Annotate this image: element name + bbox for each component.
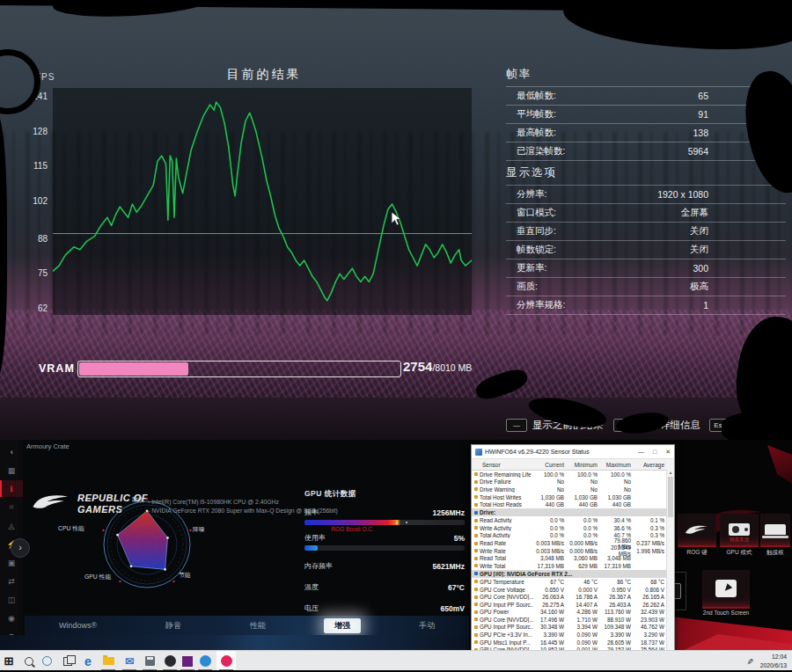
sensor-name: GPU Core Voltage: [472, 587, 533, 593]
minimize-button[interactable]: —: [638, 449, 644, 456]
sensor-max: 440 GB: [600, 501, 634, 508]
dashboard-icon[interactable]: ▦: [0, 462, 23, 478]
sensor-c: 30.348 W: [533, 624, 567, 630]
cortana-glyph: [42, 656, 52, 666]
taskbar-start-icon[interactable]: ⊞: [0, 651, 18, 671]
column-sensor[interactable]: Sensor: [472, 462, 533, 468]
scrollbar-thumb[interactable]: [668, 477, 673, 517]
sensor-name: Total Host Writes: [472, 494, 533, 500]
hwinfo-sensor-row[interactable]: GPU Input PP Sourc...30.348 W3.394 W109.…: [472, 624, 674, 632]
vram-usage-text: 2754/8010 MB: [403, 359, 472, 374]
windows-taskbar: ⊞e✉ ✎ 12:04 2020/6/13: [0, 650, 792, 671]
hwinfo-sensor-row[interactable]: Drive WarningNoNoNo: [472, 486, 674, 493]
sensor-c: 0.0 %: [533, 532, 567, 538]
hwinfo-section[interactable]: Drive:: [472, 508, 674, 517]
hwinfo-sensor-row[interactable]: GPU Temperature67 °C46 °C86 °C68 °C: [472, 578, 674, 586]
stats-icon[interactable]: ◫: [0, 591, 23, 608]
featured-icon[interactable]: ℹ: [0, 480, 23, 497]
hwinfo-sensor-row[interactable]: Write Rate0.003 MB/s0.000 MB/s201.349 MB…: [472, 547, 674, 555]
background-flower-field: [0, 310, 792, 398]
aura-icon[interactable]: ◬: [0, 517, 23, 534]
hwinfo-sensor-row[interactable]: Read Activity0.0 %0.0 %30.4 %0.1 %: [472, 516, 674, 524]
devices-icon[interactable]: ⌗: [0, 499, 23, 515]
sensor-icon: [474, 564, 478, 567]
taskbar-file-explorer-icon[interactable]: [99, 651, 118, 671]
hwinfo-sensor-row[interactable]: GPU Misc1 Input P...16.445 W0.090 W28.60…: [472, 639, 674, 646]
hwinfo-sensor-row[interactable]: Drive FailureNoNoNo: [472, 478, 674, 486]
sensor-avg: 32.439 W: [634, 609, 667, 615]
sensor-icon: [474, 603, 478, 606]
sensor-icon: [474, 610, 478, 614]
column-maximum[interactable]: Maximum: [600, 462, 634, 468]
hwinfo-sensor-row[interactable]: Total Host Writes1,030 GB1,030 GB1,030 G…: [472, 493, 674, 501]
hwinfo-app-icon: [475, 449, 482, 456]
hwinfo-sensor-row[interactable]: GPU Power34.160 W4.286 W113.760 W32.439 …: [472, 609, 674, 617]
taskbar-search-icon[interactable]: [19, 651, 39, 671]
rog-eye-icon: [685, 523, 709, 537]
sensor-label: Read Activity: [480, 517, 511, 523]
hwinfo-sensor-row[interactable]: Total Host Reads440 GB440 GB440 GB: [472, 500, 674, 508]
fps-tick-label: 88: [23, 234, 48, 244]
mode-tab-0[interactable]: Windows®: [48, 619, 107, 632]
clock-time: 12:04: [760, 653, 787, 661]
search-glyph: [25, 657, 33, 666]
column-average[interactable]: Average: [634, 462, 667, 468]
mode-tab-3[interactable]: 增强: [324, 618, 361, 633]
maximize-button[interactable]: □: [653, 449, 656, 456]
sensor-max: 1,030 GB: [600, 494, 634, 500]
sensor-name: Write Rate: [472, 548, 533, 554]
taskbar-cortana-icon[interactable]: [37, 651, 56, 671]
taskbar-edge-icon[interactable]: e: [78, 651, 98, 671]
sensor-label: GPU PCIe +3.3V In...: [480, 632, 532, 638]
pen-icon[interactable]: ✎: [745, 658, 754, 665]
hwinfo-sensor-row[interactable]: Total Activity0.0 %0.0 %40.7 %0.3 %: [472, 532, 674, 540]
gpu-stats-panel: GPU 统计数据 频率1256MHzROG Boost O.C.使用率5%内存频…: [304, 489, 465, 614]
mode-tab-1[interactable]: 静音: [155, 618, 192, 633]
sensor-icon: [474, 495, 478, 499]
mode-tab-4[interactable]: 手动: [408, 618, 445, 633]
column-current[interactable]: Current: [533, 462, 567, 468]
taskbar-clock[interactable]: 12:04 2020/6/13: [760, 653, 787, 668]
display-option-label: 窗口模式:: [517, 207, 556, 219]
hwinfo-sensor-row[interactable]: Drive Remaining Life100.0 %100.0 %100.0 …: [472, 471, 674, 478]
sidebar-expand-button[interactable]: ›: [11, 538, 30, 558]
taskbar-blue-circle-app-icon[interactable]: [195, 651, 215, 671]
hwinfo-sensor-row[interactable]: GPU Input PP Sourc...26.275 A14.407 A26.…: [472, 601, 674, 609]
close-button[interactable]: ✕: [665, 449, 671, 456]
sensor-min: 629 MB: [567, 563, 600, 569]
hwinfo-sensor-row[interactable]: Read Total3,048 MB3,060 MB3,048 MB: [472, 554, 674, 562]
scroll-up-arrow[interactable]: ▲: [667, 470, 674, 476]
taskbar-purple-app-icon[interactable]: [178, 651, 197, 671]
column-minimum[interactable]: Minimum: [567, 462, 600, 468]
sensor-label: GPU Power: [480, 609, 509, 615]
sensor-icon: [474, 526, 478, 530]
hwinfo-sensor-row[interactable]: Write Activity0.0 %0.0 %36.6 %0.3 %: [472, 524, 674, 532]
sensor-c: 67 °C: [533, 579, 567, 585]
taskbar-dark-circle-app-icon[interactable]: [160, 651, 180, 671]
hwinfo-sensor-row[interactable]: GPU Core [NVVDD]...17.496 W1.710 W88.910…: [472, 616, 674, 624]
sensor-name: Total Host Reads: [472, 501, 533, 508]
taskbar-saved-app-icon[interactable]: [140, 651, 159, 671]
hwinfo-sensor-table: Drive Remaining Life100.0 %100.0 %100.0 …: [472, 471, 674, 658]
quick-tile-touch-screen[interactable]: [702, 570, 750, 609]
mode-tab-2[interactable]: 性能: [239, 618, 276, 633]
sensor-icon: [474, 580, 478, 583]
hwinfo-sensor-row[interactable]: Read Rate0.003 MB/s0.000 MB/s79.860 MB/s…: [472, 539, 674, 547]
user-icon[interactable]: ◉: [0, 610, 23, 626]
quick-tile-rog-eye[interactable]: [678, 514, 716, 547]
rog-logo-icon[interactable]: ◖: [0, 443, 23, 460]
taskbar-mail-icon[interactable]: ✉: [120, 651, 139, 671]
quick-tile-laptop[interactable]: [760, 514, 790, 547]
sync-icon[interactable]: ⇄: [0, 573, 23, 589]
hwinfo-sensor-row[interactable]: GPU Core Voltage0.650 V0.000 V0.950 V0.8…: [472, 586, 674, 594]
framerate-row: 最低帧数:65: [506, 86, 786, 105]
hwinfo-titlebar[interactable]: HWiNFO64 v6.29-4220 Sensor Status — □ ✕: [472, 445, 674, 459]
taskbar-task-view-icon[interactable]: [58, 651, 77, 671]
hwinfo-section[interactable]: GPU [#0]: NVIDIA GeForce RTX 2...: [472, 570, 674, 579]
hwinfo-sensor-row[interactable]: GPU Core [NVVDD]...26.063 A16.786 A26.36…: [472, 593, 674, 601]
hwinfo-sensor-row[interactable]: GPU PCIe +3.3V In...3.390 W0.090 W3.390 …: [472, 631, 674, 639]
taskbar-pink-circle-app-icon[interactable]: [216, 651, 236, 671]
quick-tile-gpu-card[interactable]: 独显直连: [720, 514, 759, 547]
hwinfo-sensor-row[interactable]: Write Total17,319 MB629 MB17,319 MB: [472, 562, 674, 570]
hwinfo-scrollbar[interactable]: ▲: [666, 470, 674, 657]
